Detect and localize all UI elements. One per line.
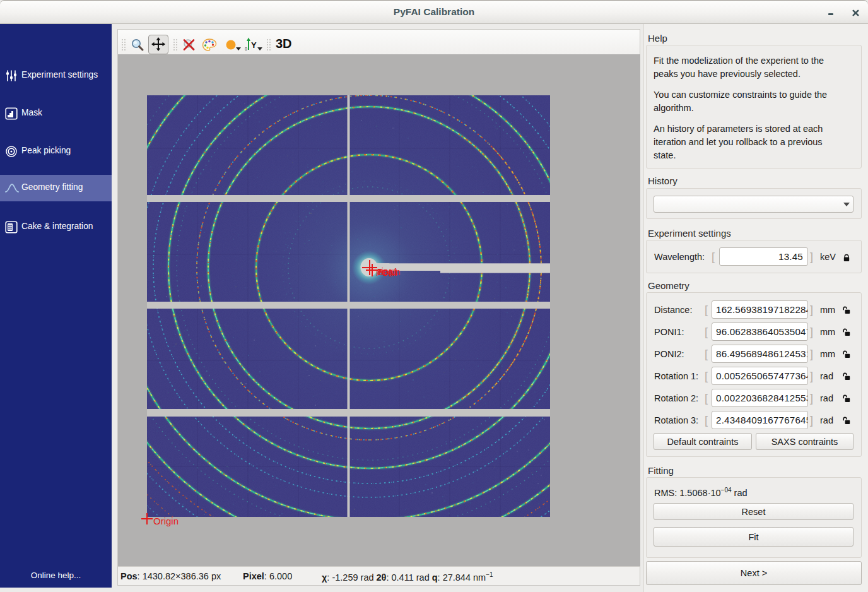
svg-text:ring1: ring1 — [378, 266, 398, 276]
svg-text:Origin: Origin — [153, 516, 179, 526]
svg-text:0: 0 — [245, 47, 247, 51]
svg-text:Y: Y — [251, 40, 257, 50]
